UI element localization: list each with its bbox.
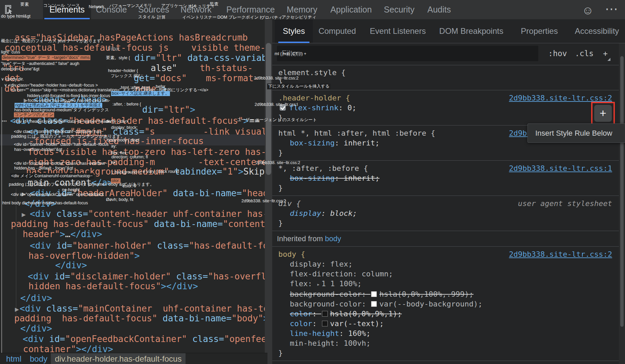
- style-rule: *, :after, :before {2d9bb338.site-ltr.cs…: [272, 161, 619, 196]
- dom-tree-row[interactable]: <div id="openFeedbackContainer" class="o…: [0, 334, 267, 344]
- devtools-window: ElementsConsoleSourcesNetworkPerformance…: [0, 0, 625, 364]
- dom-tree-row[interactable]: ▶<div class="mainContainer uhf-container…: [0, 303, 267, 314]
- tab-console[interactable]: Console: [94, 0, 128, 19]
- declaration-checkbox[interactable]: [280, 105, 286, 111]
- dom-tree-row[interactable]: right-zero has-padding-m-text-centered: [0, 157, 267, 167]
- color-swatch[interactable]: [322, 311, 328, 317]
- dom-tree-row[interactable]: dir="ltr">: [0, 105, 267, 115]
- rule-selector[interactable]: element.style {: [278, 68, 346, 77]
- tab-event-listeners[interactable]: Event Listeners: [358, 19, 438, 43]
- css-declaration[interactable]: display: block;: [278, 208, 619, 218]
- css-rules-list: element.style {}.header-holder {2d9bb338…: [272, 65, 619, 364]
- dom-tree-row[interactable]: ass="hasSidebar hasPageActions hasBreadc…: [0, 32, 267, 43]
- rule-selector[interactable]: html *, html :after, html :before {: [278, 129, 435, 137]
- css-declaration[interactable]: background-color: var(--body-background)…: [278, 299, 619, 309]
- dom-tree-row[interactable]: has-overflow-hidden">: [0, 251, 267, 261]
- tab-security[interactable]: Security: [383, 0, 416, 19]
- devtools-toolbar: ElementsConsoleSourcesNetworkPerformance…: [0, 0, 625, 20]
- dom-tree-row[interactable]: hidden has-default-focus"></div>: [0, 281, 267, 291]
- dom-tree-row[interactable]: <div id="disclaimer-holder" class="has-o…: [0, 271, 267, 281]
- inherited-node-link[interactable]: body: [325, 234, 341, 243]
- rule-selector[interactable]: .header-holder {: [278, 94, 350, 102]
- breadcrumb-item[interactable]: div.header-holder.has-default-focus: [51, 353, 186, 364]
- new-style-rule-button[interactable]: +: [594, 105, 612, 122]
- styles-filter-input[interactable]: [277, 46, 538, 61]
- scrollbar-thumb[interactable]: [266, 43, 271, 175]
- dom-tree-row[interactable]: focus-visible has-top-zero has-left-zero…: [0, 147, 267, 157]
- tab-elements[interactable]: Elements: [43, 0, 91, 19]
- sidebar-tabs: StylesComputedEvent ListenersDOM Breakpo…: [272, 19, 625, 43]
- tab-dom-breakpoints[interactable]: DOM Breakpoints: [432, 19, 511, 43]
- dom-tree-row[interactable]: </div>: [0, 323, 267, 334]
- styles-pane-scrollbar[interactable]: [619, 43, 625, 364]
- color-swatch[interactable]: [371, 291, 377, 297]
- dom-tree-row[interactable]: padding has-default-focus" data-bi-name=…: [0, 313, 267, 323]
- rule-selector[interactable]: *, :after, :before {: [278, 164, 368, 173]
- tab-audits[interactable]: Audits: [426, 0, 453, 19]
- tab-memory[interactable]: Memory: [285, 0, 319, 19]
- breadcrumb-item[interactable]: body: [30, 353, 47, 364]
- feedback-smiley-icon[interactable]: ☺: [581, 3, 595, 17]
- tab-application[interactable]: Application: [329, 0, 373, 19]
- insert-style-rule-tooltip: Insert Style Rule Below: [527, 123, 625, 143]
- dom-tree-row[interactable]: </div>: [0, 260, 267, 270]
- dom-tree-row[interactable]: </div>: [0, 199, 267, 209]
- resize-corner-icon: [607, 58, 610, 61]
- css-declaration[interactable]: flex-direction: column;: [278, 269, 619, 279]
- filter-button-hov[interactable]: :hov: [547, 46, 568, 61]
- more-options-icon[interactable]: ⋯: [603, 1, 620, 16]
- user-agent-stylesheet-label: user agent stylesheet: [518, 199, 612, 208]
- tab-styles[interactable]: Styles: [275, 19, 313, 43]
- css-declaration[interactable]: color: hsla(0,0%,9%,1);: [278, 309, 619, 319]
- dom-tree-row[interactable]: padding has-default-focus" data-bi-name=…: [0, 219, 267, 229]
- dom-tree-row[interactable]: has-body-background-medium" tabindex="1"…: [0, 166, 267, 177]
- rule-selector[interactable]: body {: [278, 250, 305, 258]
- css-declaration[interactable]: box-sizing: inherit;: [278, 173, 619, 183]
- dom-tree-row[interactable]: </div>: [0, 293, 267, 303]
- color-swatch[interactable]: [322, 321, 328, 326]
- dom-tree-row[interactable]: ldir="ltr" data-css-variable-support=: [0, 53, 267, 63]
- css-declaration[interactable]: line-height: 160%;: [278, 328, 619, 338]
- rule-selector[interactable]: div {: [278, 199, 301, 208]
- dom-tree-row[interactable]: "trualse"th-status-: [0, 63, 267, 73]
- styles-filter-row: :hov.cls+: [272, 43, 625, 65]
- stylesheet-link[interactable]: 2d9bb338.site-ltr.css:2: [509, 93, 612, 103]
- tab-properties[interactable]: Properties: [511, 19, 568, 43]
- tab-sources[interactable]: Sources: [137, 0, 171, 19]
- color-swatch[interactable]: [371, 301, 377, 307]
- expand-shorthand-icon[interactable]: ▸: [317, 281, 320, 288]
- css-declaration[interactable]: min-height: 100vh;: [278, 338, 619, 348]
- breadcrumb-item[interactable]: html: [6, 353, 21, 364]
- dom-tree-row[interactable]: main content</a>: [0, 178, 267, 188]
- inspect-element-icon[interactable]: [3, 4, 14, 15]
- tab-accessibility[interactable]: Accessibility: [562, 19, 625, 43]
- tab-computed[interactable]: Computed: [313, 19, 362, 43]
- style-rule: body {2d9bb338.site-ltr.css:2display: fl…: [272, 247, 619, 361]
- inherited-from-header: Inherited from body: [272, 231, 619, 247]
- css-declaration[interactable]: flex: ▸1 1 100%;: [278, 279, 619, 289]
- css-declaration[interactable]: flex-shrink: 0;: [278, 103, 619, 113]
- stylesheet-link[interactable]: 2d9bb338.site-ltr.css:2: [509, 249, 612, 259]
- stylesheet-link[interactable]: 2d9bb338.site-ltr.css:1: [509, 163, 612, 173]
- dom-tree-row[interactable]: conceptual has-default-focus jsvisible t…: [0, 43, 267, 53]
- elements-tree-panel[interactable]: ass="hasSidebar hasPageActions hasBreadc…: [0, 19, 267, 364]
- dom-tree-row[interactable]: ▶<div id="headerAreaHolder" data-bi-name…: [0, 188, 267, 198]
- dom-tree-row[interactable]: detnone >: [0, 84, 267, 94]
- dom-tree-row[interactable]: <a href="#main" class="s-link visually-: [0, 127, 267, 137]
- dom-tree-row[interactable]: detget="docs"ms-format-: [0, 73, 267, 83]
- elements-panel-scrollbar[interactable]: [265, 19, 272, 364]
- css-declaration[interactable]: display: flex;: [278, 259, 619, 269]
- dom-tree-row[interactable]: ⋯<div class="header-holder has-default-f…: [0, 116, 267, 126]
- dom-tree-row[interactable]: header">…</div>: [0, 229, 267, 239]
- scrollbar-thumb[interactable]: [620, 56, 624, 327]
- dom-tree-row[interactable]: ▶<head>…</head>: [0, 94, 267, 105]
- filter-button-cls[interactable]: .cls: [575, 46, 594, 61]
- dom-tree-row[interactable]: <div id="banner-holder" class="has-defau…: [0, 241, 267, 251]
- dom-tree-row[interactable]: ▶<div class="content-header uhf-containe…: [0, 209, 267, 219]
- style-rule: .header-holder {2d9bb338.site-ltr.css:2f…: [272, 90, 619, 126]
- css-declaration[interactable]: color: var(--text);: [278, 319, 619, 328]
- tab-network[interactable]: Network: [181, 0, 211, 19]
- tab-performance[interactable]: Performance: [225, 0, 276, 19]
- dom-tree-row[interactable]: -focused is-fixed has-inner-focus: [0, 136, 267, 146]
- css-declaration[interactable]: background-color: hsla(0,0%,100%,.999);: [278, 289, 619, 299]
